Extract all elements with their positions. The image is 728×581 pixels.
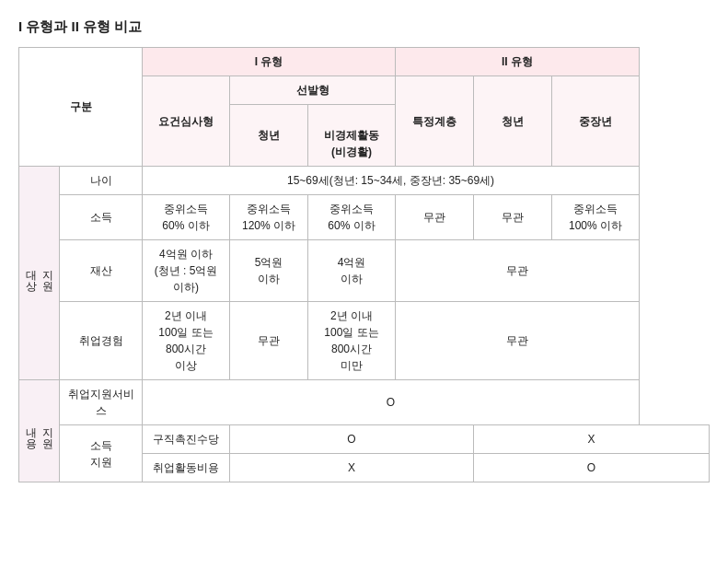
job-seeker-allowance-type2: X bbox=[474, 425, 710, 454]
employment-service-label: 취업지원서비스 bbox=[60, 380, 143, 425]
corner-cell: 요건심사형 구분 bbox=[19, 48, 143, 167]
employment-service-value: O bbox=[143, 380, 640, 425]
support-content-label: 지원내용 bbox=[19, 380, 60, 482]
income-noncareer: 중위소득 60% 이하 bbox=[308, 195, 396, 240]
property-type2: 무관 bbox=[396, 240, 640, 302]
work-exp-type2: 무관 bbox=[396, 302, 640, 380]
page-title: I 유형과 II 유형 비교 bbox=[18, 18, 710, 36]
youth-header: 청년 bbox=[230, 105, 308, 167]
property-label: 재산 bbox=[60, 240, 143, 302]
employment-activity-label: 취업활동비용 bbox=[143, 454, 230, 482]
work-exp-youth: 무관 bbox=[230, 302, 308, 380]
employment-activity-type2: O bbox=[474, 454, 710, 482]
property-req: 4억원 이하 (청년 : 5억원 이하) bbox=[143, 240, 230, 302]
income-youth: 중위소득 120% 이하 bbox=[230, 195, 308, 240]
work-exp-label: 취업경험 bbox=[60, 302, 143, 380]
age-label: 나이 bbox=[60, 167, 143, 195]
age-row: 지원대상 나이 15~69세(청년: 15~34세, 중장년: 35~69세) bbox=[19, 167, 710, 195]
special-header: 특정계층 bbox=[396, 76, 474, 167]
middle-aged-header: 중장년 bbox=[552, 76, 640, 167]
kubun-text: 구분 bbox=[70, 100, 92, 113]
job-seeker-allowance-type1: O bbox=[230, 425, 474, 454]
youth2-header: 청년 bbox=[474, 76, 552, 167]
property-row: 재산 4억원 이하 (청년 : 5억원 이하) 5억원 이하 4억원 이하 무관 bbox=[19, 240, 710, 302]
work-exp-row: 취업경험 2년 이내 100일 또는 800시간 이상 무관 2년 이내 100… bbox=[19, 302, 710, 380]
income-support-label: 소득 지원 bbox=[60, 425, 143, 482]
support-service-row: 지원내용 취업지원서비스 O bbox=[19, 380, 710, 425]
non-career-header: 비경제활동 (비경활) bbox=[308, 105, 396, 167]
job-seeker-allowance-row: 소득 지원 구직촉진수당 O X bbox=[19, 425, 710, 454]
seonbal-header: 선발형 bbox=[230, 76, 396, 105]
type1-header: I 유형 bbox=[143, 48, 396, 76]
income-middle: 중위소득 100% 이하 bbox=[552, 195, 640, 240]
age-value: 15~69세(청년: 15~34세, 중장년: 35~69세) bbox=[143, 167, 640, 195]
income-label: 소득 bbox=[60, 195, 143, 240]
property-youth: 5억원 이하 bbox=[230, 240, 308, 302]
comparison-table: 요건심사형 구분 I 유형 II 유형 요건심사형 선발형 특정계층 청년 bbox=[18, 47, 710, 482]
work-exp-req: 2년 이내 100일 또는 800시간 이상 bbox=[143, 302, 230, 380]
income-youth2: 무관 bbox=[474, 195, 552, 240]
type2-header: II 유형 bbox=[396, 48, 640, 76]
employment-activity-type1: X bbox=[230, 454, 474, 482]
income-row: 소득 중위소득 60% 이하 중위소득 120% 이하 중위소득 60% 이하 … bbox=[19, 195, 710, 240]
requirements-header: 요건심사형 bbox=[143, 76, 230, 167]
work-exp-noncareer: 2년 이내 100일 또는 800시간 미만 bbox=[308, 302, 396, 380]
property-noncareer: 4억원 이하 bbox=[308, 240, 396, 302]
support-target-label: 지원대상 bbox=[19, 167, 60, 380]
job-seeker-allowance-label: 구직촉진수당 bbox=[143, 425, 230, 454]
income-req: 중위소득 60% 이하 bbox=[143, 195, 230, 240]
income-special: 무관 bbox=[396, 195, 474, 240]
